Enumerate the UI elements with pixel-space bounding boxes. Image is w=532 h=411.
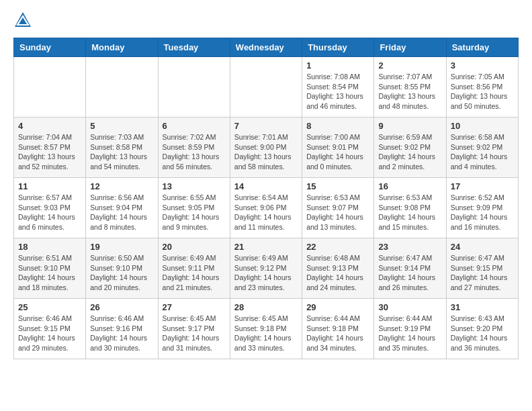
day-number: 3 — [451, 60, 514, 71]
calendar-header: SundayMondayTuesdayWednesdayThursdayFrid… — [14, 38, 519, 57]
day-info: Sunrise: 7:04 AM Sunset: 8:57 PM Dayligh… — [18, 132, 81, 172]
calendar-cell: 10Sunrise: 6:58 AM Sunset: 9:02 PM Dayli… — [446, 118, 518, 178]
day-number: 20 — [163, 242, 226, 252]
calendar-cell: 14Sunrise: 6:54 AM Sunset: 9:06 PM Dayli… — [230, 178, 302, 238]
calendar-cell: 4Sunrise: 7:04 AM Sunset: 8:57 PM Daylig… — [14, 118, 86, 178]
calendar-cell: 24Sunrise: 6:47 AM Sunset: 9:15 PM Dayli… — [446, 238, 518, 299]
day-info: Sunrise: 6:59 AM Sunset: 9:02 PM Dayligh… — [378, 132, 441, 172]
day-number: 7 — [234, 121, 298, 131]
logo-icon — [13, 11, 32, 30]
calendar-cell: 17Sunrise: 6:52 AM Sunset: 9:09 PM Dayli… — [446, 178, 518, 238]
calendar-cell: 15Sunrise: 6:53 AM Sunset: 9:07 PM Dayli… — [302, 178, 374, 238]
day-info: Sunrise: 6:50 AM Sunset: 9:10 PM Dayligh… — [90, 253, 153, 293]
day-info: Sunrise: 7:02 AM Sunset: 8:59 PM Dayligh… — [163, 132, 226, 172]
calendar-cell — [158, 57, 230, 118]
header-day-monday: Monday — [86, 38, 158, 57]
day-info: Sunrise: 6:47 AM Sunset: 9:14 PM Dayligh… — [378, 253, 441, 293]
calendar-cell: 31Sunrise: 6:43 AM Sunset: 9:20 PM Dayli… — [446, 299, 518, 359]
calendar-cell: 20Sunrise: 6:49 AM Sunset: 9:11 PM Dayli… — [158, 238, 230, 299]
day-number: 29 — [306, 302, 369, 312]
calendar-body: 1Sunrise: 7:08 AM Sunset: 8:54 PM Daylig… — [14, 57, 519, 359]
calendar-cell: 25Sunrise: 6:46 AM Sunset: 9:15 PM Dayli… — [14, 299, 86, 359]
day-number: 14 — [234, 181, 298, 191]
day-info: Sunrise: 6:58 AM Sunset: 9:02 PM Dayligh… — [451, 132, 514, 172]
calendar-cell: 27Sunrise: 6:45 AM Sunset: 9:17 PM Dayli… — [158, 299, 230, 359]
day-number: 26 — [90, 302, 153, 312]
day-number: 22 — [306, 242, 369, 252]
day-info: Sunrise: 6:49 AM Sunset: 9:12 PM Dayligh… — [234, 253, 298, 293]
calendar-cell: 18Sunrise: 6:51 AM Sunset: 9:10 PM Dayli… — [14, 238, 86, 299]
day-number: 10 — [451, 121, 514, 131]
page: SundayMondayTuesdayWednesdayThursdayFrid… — [0, 0, 532, 370]
calendar-cell — [14, 57, 86, 118]
day-number: 5 — [90, 121, 153, 131]
calendar-cell: 8Sunrise: 7:00 AM Sunset: 9:01 PM Daylig… — [302, 118, 374, 178]
day-number: 9 — [378, 121, 441, 131]
calendar-cell: 16Sunrise: 6:53 AM Sunset: 9:08 PM Dayli… — [374, 178, 446, 238]
day-info: Sunrise: 6:46 AM Sunset: 9:16 PM Dayligh… — [90, 314, 153, 353]
calendar-cell: 3Sunrise: 7:05 AM Sunset: 8:56 PM Daylig… — [446, 57, 518, 118]
day-number: 1 — [306, 60, 369, 71]
day-info: Sunrise: 7:07 AM Sunset: 8:55 PM Dayligh… — [378, 72, 441, 111]
day-info: Sunrise: 6:53 AM Sunset: 9:08 PM Dayligh… — [378, 193, 441, 232]
day-info: Sunrise: 6:53 AM Sunset: 9:07 PM Dayligh… — [306, 193, 369, 232]
calendar-cell: 13Sunrise: 6:55 AM Sunset: 9:05 PM Dayli… — [158, 178, 230, 238]
day-number: 24 — [451, 242, 514, 252]
day-info: Sunrise: 6:44 AM Sunset: 9:18 PM Dayligh… — [306, 314, 369, 353]
logo — [13, 11, 35, 30]
header-day-wednesday: Wednesday — [230, 38, 302, 57]
calendar-cell: 28Sunrise: 6:45 AM Sunset: 9:18 PM Dayli… — [230, 299, 302, 359]
day-number: 16 — [378, 181, 441, 191]
day-info: Sunrise: 7:08 AM Sunset: 8:54 PM Dayligh… — [306, 72, 369, 111]
header-day-thursday: Thursday — [302, 38, 374, 57]
day-number: 12 — [90, 181, 153, 191]
day-info: Sunrise: 6:45 AM Sunset: 9:18 PM Dayligh… — [234, 314, 298, 353]
calendar-cell: 7Sunrise: 7:01 AM Sunset: 9:00 PM Daylig… — [230, 118, 302, 178]
day-info: Sunrise: 6:57 AM Sunset: 9:03 PM Dayligh… — [18, 193, 81, 232]
calendar-week-3: 11Sunrise: 6:57 AM Sunset: 9:03 PM Dayli… — [14, 178, 519, 238]
day-info: Sunrise: 6:54 AM Sunset: 9:06 PM Dayligh… — [234, 193, 298, 232]
calendar-cell: 21Sunrise: 6:49 AM Sunset: 9:12 PM Dayli… — [230, 238, 302, 299]
calendar-cell: 29Sunrise: 6:44 AM Sunset: 9:18 PM Dayli… — [302, 299, 374, 359]
day-number: 19 — [90, 242, 153, 252]
day-number: 25 — [18, 302, 81, 312]
day-number: 21 — [234, 242, 298, 252]
calendar-cell: 6Sunrise: 7:02 AM Sunset: 8:59 PM Daylig… — [158, 118, 230, 178]
day-number: 27 — [163, 302, 226, 312]
calendar-week-4: 18Sunrise: 6:51 AM Sunset: 9:10 PM Dayli… — [14, 238, 519, 299]
header-row: SundayMondayTuesdayWednesdayThursdayFrid… — [14, 38, 519, 57]
day-info: Sunrise: 7:01 AM Sunset: 9:00 PM Dayligh… — [234, 132, 298, 172]
day-info: Sunrise: 7:00 AM Sunset: 9:01 PM Dayligh… — [306, 132, 369, 172]
day-info: Sunrise: 7:05 AM Sunset: 8:56 PM Dayligh… — [451, 72, 514, 111]
day-info: Sunrise: 7:03 AM Sunset: 8:58 PM Dayligh… — [90, 132, 153, 172]
day-info: Sunrise: 6:48 AM Sunset: 9:13 PM Dayligh… — [306, 253, 369, 293]
header-day-saturday: Saturday — [446, 38, 518, 57]
day-number: 28 — [234, 302, 298, 312]
calendar-cell: 12Sunrise: 6:56 AM Sunset: 9:04 PM Dayli… — [86, 178, 158, 238]
calendar-cell: 19Sunrise: 6:50 AM Sunset: 9:10 PM Dayli… — [86, 238, 158, 299]
day-number: 2 — [378, 60, 441, 71]
day-number: 23 — [378, 242, 441, 252]
day-number: 13 — [163, 181, 226, 191]
day-number: 18 — [18, 242, 81, 252]
day-info: Sunrise: 6:45 AM Sunset: 9:17 PM Dayligh… — [163, 314, 226, 353]
calendar-cell: 9Sunrise: 6:59 AM Sunset: 9:02 PM Daylig… — [374, 118, 446, 178]
calendar-week-5: 25Sunrise: 6:46 AM Sunset: 9:15 PM Dayli… — [14, 299, 519, 359]
calendar-cell — [230, 57, 302, 118]
calendar-cell: 1Sunrise: 7:08 AM Sunset: 8:54 PM Daylig… — [302, 57, 374, 118]
day-info: Sunrise: 6:47 AM Sunset: 9:15 PM Dayligh… — [451, 253, 514, 293]
calendar-cell: 23Sunrise: 6:47 AM Sunset: 9:14 PM Dayli… — [374, 238, 446, 299]
calendar-cell — [86, 57, 158, 118]
day-info: Sunrise: 6:56 AM Sunset: 9:04 PM Dayligh… — [90, 193, 153, 232]
calendar-cell: 26Sunrise: 6:46 AM Sunset: 9:16 PM Dayli… — [86, 299, 158, 359]
calendar-cell: 2Sunrise: 7:07 AM Sunset: 8:55 PM Daylig… — [374, 57, 446, 118]
day-info: Sunrise: 6:44 AM Sunset: 9:19 PM Dayligh… — [378, 314, 441, 353]
day-number: 17 — [451, 181, 514, 191]
header-day-tuesday: Tuesday — [158, 38, 230, 57]
day-info: Sunrise: 6:43 AM Sunset: 9:20 PM Dayligh… — [451, 314, 514, 353]
header-day-friday: Friday — [374, 38, 446, 57]
calendar-cell: 30Sunrise: 6:44 AM Sunset: 9:19 PM Dayli… — [374, 299, 446, 359]
calendar-table: SundayMondayTuesdayWednesdayThursdayFrid… — [13, 38, 519, 359]
calendar-cell: 5Sunrise: 7:03 AM Sunset: 8:58 PM Daylig… — [86, 118, 158, 178]
calendar-week-2: 4Sunrise: 7:04 AM Sunset: 8:57 PM Daylig… — [14, 118, 519, 178]
